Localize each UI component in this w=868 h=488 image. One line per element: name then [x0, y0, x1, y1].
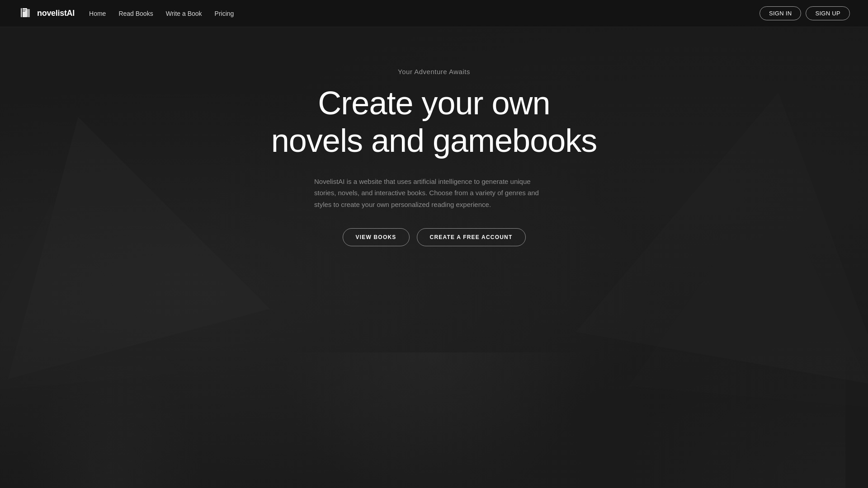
hero-buttons: VIEW BOOKS CREATE A FREE ACCOUNT — [343, 228, 526, 246]
deco-center-glow — [253, 352, 615, 488]
svg-rect-1 — [22, 8, 23, 17]
logo-icon — [18, 6, 33, 21]
header: novelistAI Home Read Books Write a Book … — [0, 0, 868, 27]
main-nav: Home Read Books Write a Book Pricing — [89, 10, 234, 17]
svg-rect-4 — [27, 9, 30, 17]
hero-title: Create your own novels and gamebooks — [271, 84, 597, 160]
nav-read-books[interactable]: Read Books — [118, 10, 153, 17]
hero-description: NovelistAI is a website that uses artifi… — [314, 176, 554, 211]
nav-write-a-book[interactable]: Write a Book — [166, 10, 202, 17]
signup-button[interactable]: SIGN UP — [806, 6, 850, 20]
nav-left: novelistAI Home Read Books Write a Book … — [18, 6, 234, 21]
hero-content: Your Adventure Awaits Create your own no… — [0, 27, 868, 246]
hero-title-line2: novels and gamebooks — [271, 122, 597, 159]
nav-pricing[interactable]: Pricing — [215, 10, 234, 17]
logo-text: novelistAI — [37, 9, 75, 18]
nav-home[interactable]: Home — [89, 10, 106, 17]
logo[interactable]: novelistAI — [18, 6, 75, 21]
hero-section: Your Adventure Awaits Create your own no… — [0, 27, 868, 246]
signin-button[interactable]: SIGN IN — [760, 6, 802, 20]
deco-shape-bottom-left — [23, 352, 203, 488]
svg-rect-2 — [23, 9, 26, 10]
create-account-button[interactable]: CREATE A FREE ACCOUNT — [417, 228, 526, 246]
nav-right: SIGN IN SIGN UP — [760, 6, 850, 20]
svg-rect-3 — [23, 11, 25, 12]
deco-shape-bottom-right — [619, 330, 845, 488]
hero-title-line1: Create your own — [318, 85, 550, 121]
hero-subtitle: Your Adventure Awaits — [398, 68, 470, 75]
view-books-button[interactable]: VIEW BOOKS — [343, 228, 410, 246]
